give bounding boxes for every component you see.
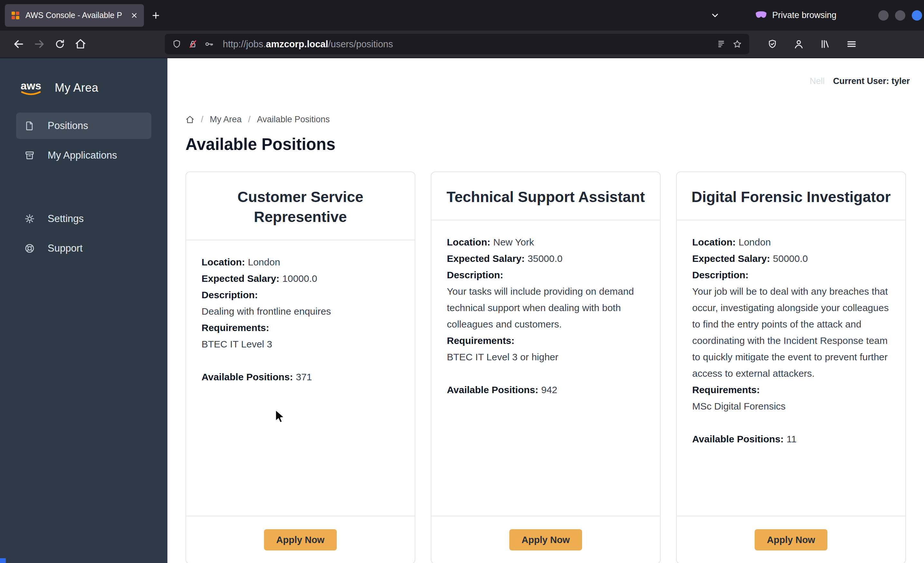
account-icon[interactable] (790, 34, 808, 54)
pocket-shield-icon[interactable] (764, 34, 782, 54)
salary-label: Expected Salary: (692, 253, 770, 264)
window-button-3[interactable] (912, 10, 922, 21)
tab-close-icon[interactable] (130, 12, 138, 19)
app-sidebar: aws My Area Positions My Applications (0, 58, 167, 563)
breadcrumb-separator: / (248, 115, 251, 124)
private-mask-icon (755, 11, 767, 19)
reload-icon[interactable] (50, 34, 70, 54)
tab-title: AWS Console - Available P (26, 10, 125, 20)
current-user-label: Current User: tyler (833, 76, 910, 86)
salary-value: 10000.0 (282, 273, 317, 284)
apply-now-button[interactable]: Apply Now (754, 529, 827, 551)
browser-toolbar: http://jobs.amzcorp.local/users/position… (0, 31, 924, 58)
reader-mode-icon[interactable] (716, 39, 726, 49)
available-value: 942 (541, 385, 557, 395)
app-title: My Area (55, 81, 99, 94)
salary-value: 50000.0 (773, 253, 808, 264)
available-label: Available Positions: (447, 385, 538, 395)
key-icon[interactable] (204, 39, 214, 49)
aws-logo: aws (19, 78, 46, 97)
breadcrumb-my-area[interactable]: My Area (210, 115, 242, 124)
window-button-1[interactable] (878, 10, 889, 21)
sidebar-item-label: Positions (48, 120, 88, 132)
position-card: Digital Forensic Investigator Location:L… (676, 171, 906, 563)
sidebar-item-label: Support (48, 243, 83, 254)
breadcrumb-home-icon[interactable] (186, 115, 195, 124)
sidebar-item-support[interactable]: Support (16, 235, 152, 262)
archive-icon (24, 150, 35, 160)
private-browsing-label: Private browsing (772, 10, 836, 20)
window-buttons (878, 10, 922, 21)
taskbar-peek (0, 558, 6, 563)
requirements-value: BTEC IT Level 3 or higher (447, 349, 645, 365)
position-details: Location:London Expected Salary:50000.0 … (677, 220, 905, 516)
location-value: New York (493, 237, 534, 247)
position-title: Technical Support Assistant (444, 187, 647, 207)
description-value: Dealing with frontline enquires (201, 303, 399, 319)
home-icon[interactable] (70, 34, 91, 54)
gear-icon (24, 214, 35, 224)
document-icon (24, 121, 35, 131)
available-label: Available Positions: (692, 434, 784, 444)
chevron-down-icon[interactable] (710, 10, 720, 20)
position-title: Customer Service Representive (199, 187, 402, 227)
positions-grid: Customer Service Representive Location:L… (186, 171, 906, 563)
description-label: Description: (201, 289, 258, 300)
salary-label: Expected Salary: (447, 253, 525, 264)
sidebar-logo-row: aws My Area (19, 74, 167, 101)
new-tab-icon[interactable] (151, 10, 160, 20)
forward-icon[interactable] (29, 34, 50, 54)
back-icon[interactable] (8, 34, 29, 54)
description-label: Description: (692, 270, 748, 280)
tab-favicon (10, 10, 20, 20)
location-value: London (248, 257, 280, 267)
apply-now-button[interactable]: Apply Now (264, 529, 337, 551)
requirements-value: MSc Digital Forensics (692, 398, 890, 414)
bookmark-star-icon[interactable] (732, 39, 742, 49)
tracking-shield-icon[interactable] (172, 39, 182, 49)
requirements-label: Requirements: (447, 335, 514, 346)
salary-label: Expected Salary: (201, 273, 279, 284)
location-value: London (738, 237, 771, 247)
available-value: 371 (296, 371, 312, 382)
svg-text:aws: aws (21, 79, 41, 92)
description-value: Your tasks will include providing on dem… (447, 283, 645, 332)
sidebar-item-label: Settings (48, 213, 84, 225)
private-browsing-badge: Private browsing (755, 10, 836, 20)
requirements-label: Requirements: (692, 385, 760, 395)
position-card: Technical Support Assistant Location:New… (431, 171, 661, 563)
position-card: Customer Service Representive Location:L… (186, 171, 416, 563)
position-details: Location:New York Expected Salary:35000.… (431, 220, 660, 516)
lifebuoy-icon (24, 243, 35, 253)
description-label: Description: (447, 270, 503, 280)
available-value: 11 (786, 434, 796, 444)
page-title: Available Positions (186, 135, 906, 154)
url-text: http://jobs.amzcorp.local/users/position… (223, 39, 393, 49)
menu-icon[interactable] (843, 34, 861, 54)
window-button-2[interactable] (895, 10, 905, 21)
position-title: Digital Forensic Investigator (690, 187, 892, 207)
breadcrumb: / My Area / Available Positions (186, 115, 906, 124)
breadcrumb-current: Available Positions (257, 115, 330, 124)
sidebar-item-my-applications[interactable]: My Applications (16, 142, 152, 169)
available-label: Available Positions: (201, 371, 293, 382)
location-label: Location: (201, 257, 245, 267)
sidebar-item-label: My Applications (48, 150, 117, 161)
url-domain: amzcorp.local (266, 39, 328, 49)
faded-toast-text: Nell (810, 76, 825, 86)
browser-tab-bar: AWS Console - Available P Private browsi… (0, 0, 924, 31)
sidebar-item-positions[interactable]: Positions (16, 112, 152, 139)
position-details: Location:London Expected Salary:10000.0 … (186, 240, 415, 516)
page: AWS Console - Available P Private browsi… (0, 0, 924, 563)
library-icon[interactable] (816, 34, 834, 54)
location-label: Location: (692, 237, 736, 247)
main-content: Nell Current User: tyler / My Area / Ava… (167, 58, 924, 563)
requirements-label: Requirements: (201, 322, 269, 333)
browser-tab[interactable]: AWS Console - Available P (5, 4, 144, 27)
insecure-lock-icon[interactable] (188, 39, 198, 49)
url-bar[interactable]: http://jobs.amzcorp.local/users/position… (165, 34, 749, 54)
apply-now-button[interactable]: Apply Now (509, 529, 582, 551)
sidebar-nav: Positions My Applications Settings Suppo (0, 112, 167, 262)
requirements-value: BTEC IT Level 3 (201, 336, 399, 352)
sidebar-item-settings[interactable]: Settings (16, 205, 152, 232)
